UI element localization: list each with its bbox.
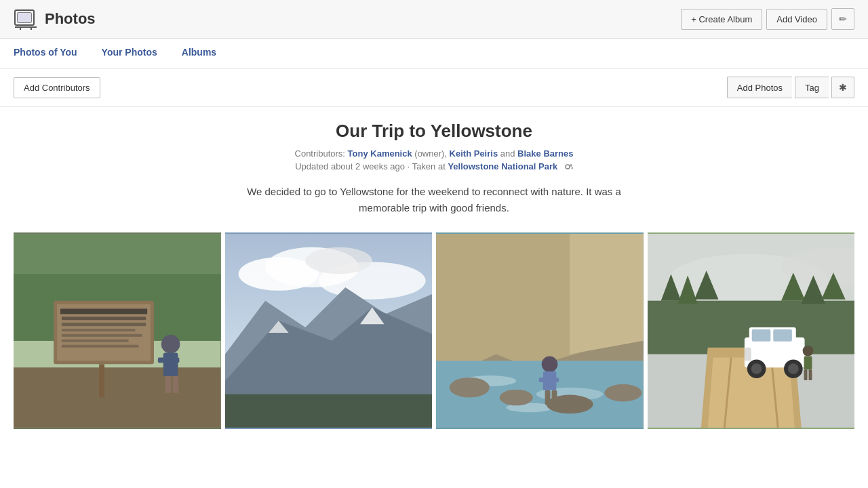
svg-point-79 bbox=[787, 363, 798, 374]
album-description: We decided to go to Yellowstone for the … bbox=[231, 184, 637, 216]
svg-rect-22 bbox=[99, 364, 104, 397]
svg-point-8 bbox=[571, 167, 573, 169]
photo-item[interactable] bbox=[225, 232, 433, 429]
svg-rect-16 bbox=[62, 317, 146, 320]
location-icon bbox=[562, 162, 573, 173]
brand-title: Photos bbox=[45, 10, 96, 28]
svg-point-77 bbox=[751, 363, 762, 374]
svg-rect-21 bbox=[62, 344, 138, 347]
gear-icon: ✱ bbox=[839, 82, 847, 93]
album-title: Our Trip to Yellowstone bbox=[14, 121, 854, 142]
svg-rect-27 bbox=[165, 376, 172, 393]
contributors-prefix: Contributors: bbox=[295, 148, 348, 159]
add-photos-button[interactable]: Add Photos bbox=[727, 77, 792, 98]
svg-point-48 bbox=[500, 389, 533, 405]
svg-rect-19 bbox=[62, 333, 142, 336]
svg-point-81 bbox=[802, 345, 813, 356]
contributor-keith[interactable]: Keith Peiris bbox=[450, 148, 498, 159]
svg-rect-15 bbox=[60, 308, 147, 314]
photos-app-icon bbox=[14, 7, 38, 31]
edit-icon: ✏ bbox=[839, 14, 847, 24]
svg-rect-54 bbox=[552, 378, 559, 382]
svg-rect-24 bbox=[163, 352, 178, 375]
add-contributors-button[interactable]: Add Contributors bbox=[14, 77, 100, 98]
tab-albums[interactable]: Albums bbox=[182, 39, 227, 68]
svg-rect-75 bbox=[773, 329, 792, 342]
svg-rect-26 bbox=[172, 357, 180, 363]
photo-item[interactable] bbox=[648, 232, 855, 429]
contributor-tony[interactable]: Tony Kamenick bbox=[348, 148, 412, 159]
svg-point-47 bbox=[450, 378, 490, 398]
toolbar-right-actions: Add Photos Tag ✱ bbox=[727, 77, 854, 98]
album-toolbar: Add Contributors Add Photos Tag ✱ bbox=[0, 68, 868, 107]
svg-rect-80 bbox=[744, 347, 751, 361]
svg-rect-28 bbox=[173, 376, 179, 393]
svg-rect-20 bbox=[62, 339, 129, 342]
top-header: Photos + Create Album Add Video ✏ bbox=[0, 0, 868, 39]
svg-point-6 bbox=[566, 165, 570, 169]
add-video-button[interactable]: Add Video bbox=[766, 9, 827, 30]
nav-tabs: Photos of You Your Photos Albums bbox=[0, 39, 868, 68]
svg-point-50 bbox=[604, 384, 642, 401]
svg-rect-82 bbox=[804, 356, 812, 369]
svg-rect-53 bbox=[539, 378, 546, 382]
svg-rect-17 bbox=[62, 323, 146, 326]
album-updated: Updated about 2 weeks ago · Taken at Yel… bbox=[14, 161, 854, 173]
svg-rect-25 bbox=[158, 357, 166, 363]
svg-rect-38 bbox=[225, 394, 433, 427]
edit-button[interactable]: ✏ bbox=[831, 8, 854, 30]
svg-rect-56 bbox=[551, 390, 557, 405]
svg-rect-2 bbox=[18, 13, 31, 22]
svg-rect-55 bbox=[545, 390, 551, 405]
tab-photos-of-you[interactable]: Photos of You bbox=[14, 39, 88, 68]
brand-area: Photos bbox=[14, 7, 96, 31]
create-album-button[interactable]: + Create Album bbox=[681, 9, 762, 30]
photo-item[interactable] bbox=[436, 232, 644, 429]
photo-item[interactable] bbox=[14, 232, 221, 429]
album-contributors: Contributors: Tony Kamenick (owner), Kei… bbox=[14, 148, 854, 159]
photo-grid bbox=[14, 232, 854, 429]
contributor-blake[interactable]: Blake Barnes bbox=[517, 148, 573, 159]
album-content: Our Trip to Yellowstone Contributors: To… bbox=[0, 107, 868, 443]
svg-marker-42 bbox=[570, 234, 643, 354]
tab-your-photos[interactable]: Your Photos bbox=[102, 39, 168, 68]
svg-point-51 bbox=[542, 356, 558, 372]
tag-button[interactable]: Tag bbox=[795, 77, 829, 98]
svg-point-33 bbox=[305, 247, 372, 273]
svg-rect-83 bbox=[804, 369, 807, 380]
album-location-link[interactable]: Yellowstone National Park bbox=[448, 161, 557, 171]
settings-button[interactable]: ✱ bbox=[831, 77, 854, 98]
svg-point-23 bbox=[161, 334, 180, 353]
header-actions: + Create Album Add Video ✏ bbox=[681, 8, 854, 30]
svg-point-7 bbox=[570, 164, 572, 167]
svg-rect-74 bbox=[751, 329, 770, 342]
svg-rect-12 bbox=[14, 367, 221, 428]
svg-rect-18 bbox=[62, 329, 135, 331]
svg-rect-84 bbox=[808, 369, 812, 380]
